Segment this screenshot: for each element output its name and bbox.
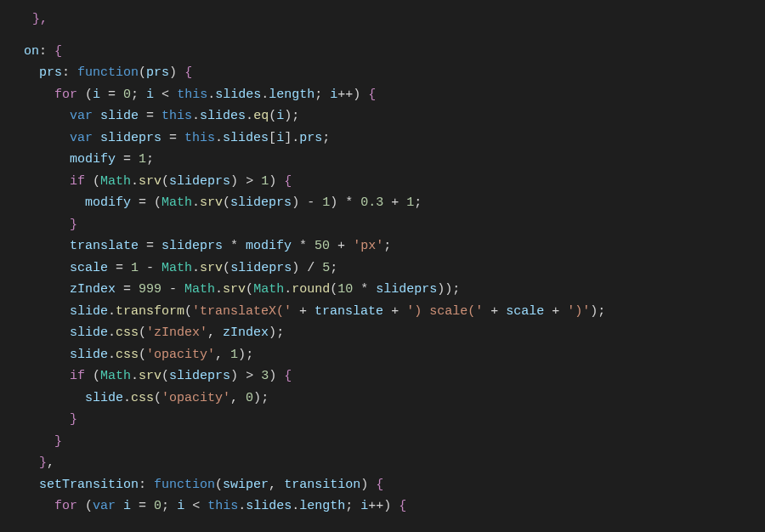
code-line[interactable]: for (i = 0; i < this.slides.length; i++)… <box>8 84 765 106</box>
token-var: slides <box>246 499 292 513</box>
token-paren: ( <box>269 109 276 123</box>
token-paren: ) <box>292 261 299 275</box>
token-punc: ; <box>261 391 269 405</box>
token-prop: on <box>24 44 39 59</box>
token-punc: ) <box>383 499 399 513</box>
token-punc: : <box>139 478 146 492</box>
token-var: i <box>93 88 100 102</box>
token-punc: . <box>108 348 116 362</box>
code-line[interactable]: var slideprs = this.slides[i].prs; <box>8 127 765 150</box>
token-paren: ) <box>330 195 337 210</box>
code-line[interactable]: slide.css('zIndex', zIndex); <box>8 322 765 344</box>
code-line[interactable]: slide.transform('translateX(' + translat… <box>8 301 765 323</box>
token-punc: . <box>108 304 116 319</box>
token-paren: ( <box>184 304 192 319</box>
token-var: slideprs <box>230 195 292 210</box>
token-punc: ( <box>77 88 93 102</box>
token-num: 3 <box>261 369 269 383</box>
token-func: srv <box>200 261 223 275</box>
token-func: srv <box>223 282 246 297</box>
token-paren: ) <box>360 478 368 492</box>
token-var: i <box>177 499 184 513</box>
code-line[interactable]: var slide = this.slides.eq(i); <box>8 105 765 127</box>
token-punc <box>368 478 376 492</box>
token-kw: var <box>70 131 93 145</box>
token-class: Math <box>162 195 192 210</box>
token-class: Math <box>100 174 131 189</box>
token-paren: ( <box>154 195 162 210</box>
code-line[interactable]: slide.css('opacity', 1); <box>8 344 765 366</box>
token-num: 1 <box>406 195 414 210</box>
code-line[interactable]: } <box>8 409 765 431</box>
token-op: ++ <box>368 499 383 513</box>
token-paren: ) <box>269 325 276 340</box>
token-prop: setTransition <box>39 478 139 492</box>
token-key: if <box>70 174 85 189</box>
token-paren: ) <box>284 109 292 123</box>
token-op: ++ <box>337 88 353 102</box>
token-punc: ]. <box>284 131 299 145</box>
code-line[interactable]: prs: function(prs) { <box>8 62 765 84</box>
token-op: * <box>223 239 246 253</box>
token-var: slideprs <box>162 239 223 253</box>
token-key: for <box>54 499 77 513</box>
code-line[interactable]: if (Math.srv(slideprs) > 3) { <box>8 365 765 388</box>
token-punc <box>93 131 100 145</box>
token-var: i <box>276 131 284 145</box>
code-line[interactable]: translate = slideprs * modify * 50 + 'px… <box>8 235 765 258</box>
token-brace: { <box>399 499 406 513</box>
code-line[interactable]: modify = (Math.srv(slideprs) - 1) * 0.3 … <box>8 192 765 214</box>
token-var: modify <box>70 152 116 167</box>
token-paren: ( <box>154 391 162 405</box>
token-punc: . <box>238 499 246 513</box>
token-str: 'zIndex' <box>146 325 207 340</box>
token-func: css <box>116 348 139 362</box>
code-line[interactable]: on: { <box>8 41 765 63</box>
token-punc <box>70 65 77 80</box>
token-op: = <box>131 195 154 210</box>
token-brace: } <box>70 412 77 427</box>
token-punc: . <box>207 88 215 102</box>
line-content: } <box>70 214 77 236</box>
token-punc: , <box>269 478 284 492</box>
token-op: / <box>299 261 322 275</box>
token-punc: ; <box>452 282 460 297</box>
line-content: slide.transform('translateX(' + translat… <box>70 301 605 323</box>
code-line[interactable]: if (Math.srv(slideprs) > 1) { <box>8 171 765 193</box>
token-punc: ; <box>131 88 146 102</box>
code-line[interactable]: for (var i = 0; i < this.slides.length; … <box>8 495 765 518</box>
code-line[interactable]: zIndex = 999 - Math.srv(Math.round(10 * … <box>8 279 765 301</box>
token-op: > <box>238 369 261 383</box>
code-line[interactable]: } <box>8 214 765 236</box>
token-op: + <box>383 304 406 319</box>
token-str: 'opacity' <box>146 348 215 362</box>
token-num: 1 <box>139 152 146 167</box>
line-content: if (Math.srv(slideprs) > 1) { <box>70 171 292 193</box>
token-var: slideprs <box>230 261 292 275</box>
token-num: 999 <box>139 282 162 297</box>
token-punc: . <box>131 174 139 189</box>
code-line[interactable]: modify = 1; <box>8 149 765 171</box>
token-punc: ; <box>383 239 391 253</box>
token-punc: ; <box>146 152 154 167</box>
token-var: length <box>269 88 314 102</box>
line-content: zIndex = 999 - Math.srv(Math.round(10 * … <box>70 279 460 301</box>
token-punc: . <box>192 109 200 123</box>
code-line[interactable]: slide.css('opacity', 0); <box>8 388 765 410</box>
code-editor[interactable]: on: {prs: function(prs) {for (i = 0; i <… <box>8 41 765 518</box>
token-num: 0 <box>246 391 253 405</box>
code-line[interactable]: } <box>8 431 765 453</box>
code-line[interactable]: scale = 1 - Math.srv(slideprs) / 5; <box>8 258 765 280</box>
token-paren: ( <box>215 478 223 492</box>
token-op: - <box>299 195 322 210</box>
token-var: translate <box>70 239 139 253</box>
code-line[interactable]: }, <box>8 452 765 474</box>
token-str: ') scale(' <box>406 304 483 319</box>
code-line[interactable]: setTransition: function(swiper, transiti… <box>8 474 765 496</box>
line-content: slide.css('zIndex', zIndex); <box>70 322 284 344</box>
token-func: eq <box>253 109 269 123</box>
token-brace: { <box>54 44 62 59</box>
token-var: slide <box>85 391 123 405</box>
token-brace: } <box>54 434 62 449</box>
token-paren: ( <box>223 195 230 210</box>
